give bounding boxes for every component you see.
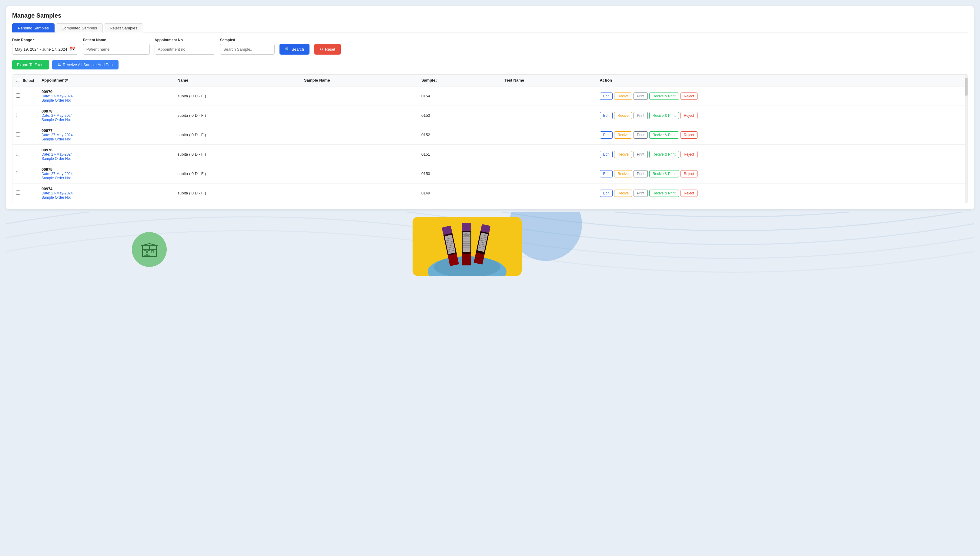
scrollbar[interactable]	[965, 74, 967, 203]
row-sample-hash-cell: 0154	[418, 86, 501, 106]
svg-rect-4	[148, 251, 150, 253]
table-row: 00977 Date: 27-May-2024 Sample Order No:…	[13, 125, 967, 145]
edit-button-4[interactable]: Edit	[600, 170, 613, 178]
receive-print-button-2[interactable]: Recive & Print	[649, 131, 679, 139]
export-excel-button[interactable]: Export To Excel	[12, 60, 49, 70]
receive-button-3[interactable]: Recive	[614, 151, 632, 158]
print-button-3[interactable]: Print	[633, 151, 648, 158]
action-buttons: Edit Recive Print Recive & Print Reject	[600, 112, 964, 119]
samples-table: Select Appointment# Name Sample Name Sam…	[13, 74, 967, 203]
patient-name: subita ( 0 D - F )	[177, 152, 206, 157]
row-test-name-cell	[501, 145, 596, 164]
sample-hash-group: Sample#	[220, 38, 275, 55]
reject-button-3[interactable]: Reject	[680, 151, 698, 158]
col-appointment: Appointment#	[38, 74, 174, 86]
print-button-4[interactable]: Print	[633, 170, 648, 178]
print-button-5[interactable]: Print	[633, 189, 648, 197]
row-name-cell: subita ( 0 D - F )	[174, 106, 300, 125]
row-name-cell: subita ( 0 D - F )	[174, 164, 300, 184]
row-action-cell: Edit Recive Print Recive & Print Reject	[596, 184, 967, 203]
col-select: Select	[13, 74, 38, 86]
row-checkbox-3[interactable]	[16, 152, 20, 156]
col-test-name: Test Name	[501, 74, 596, 86]
row-sample-hash-cell: 0150	[418, 164, 501, 184]
receive-print-button-3[interactable]: Recive & Print	[649, 151, 679, 158]
sample-order-no: Sample Order No:	[42, 98, 170, 102]
sample-image-card: U24011 7046844	[413, 217, 522, 276]
receive-print-button-4[interactable]: Recive & Print	[649, 170, 679, 178]
row-select-cell	[13, 145, 38, 164]
tab-completed-samples[interactable]: Completed Samples	[56, 23, 103, 32]
edit-button-0[interactable]: Edit	[600, 92, 613, 100]
search-button[interactable]: 🔍 Search	[279, 44, 309, 55]
print-button-0[interactable]: Print	[633, 92, 648, 100]
select-all-checkbox[interactable]	[16, 78, 20, 82]
receive-button-4[interactable]: Recive	[614, 170, 632, 178]
svg-text:7046844: 7046844	[464, 235, 469, 236]
edit-button-2[interactable]: Edit	[600, 131, 613, 139]
row-select-cell	[13, 184, 38, 203]
reject-button-2[interactable]: Reject	[680, 131, 698, 139]
row-select-cell	[13, 125, 38, 145]
search-icon: 🔍	[285, 47, 290, 52]
receive-print-button-5[interactable]: Recive & Print	[649, 189, 679, 197]
receive-button-2[interactable]: Recive	[614, 131, 632, 139]
svg-rect-7	[148, 254, 150, 256]
row-checkbox-1[interactable]	[16, 113, 20, 117]
date-range-value: May 19, 2024 - June 17, 2024	[15, 47, 67, 52]
row-sample-hash-cell: 0153	[418, 106, 501, 125]
appointment-number: 00979	[42, 89, 170, 94]
receive-button-0[interactable]: Recive	[614, 92, 632, 100]
row-checkbox-2[interactable]	[16, 132, 20, 136]
reject-button-5[interactable]: Reject	[680, 189, 698, 197]
blood-tubes-svg: U24011 7046844	[413, 217, 522, 276]
table-row: 00976 Date: 27-May-2024 Sample Order No:…	[13, 145, 967, 164]
sample-hash-value: 0150	[421, 171, 430, 176]
action-buttons: Edit Recive Print Recive & Print Reject	[600, 170, 964, 178]
print-button-2[interactable]: Print	[633, 131, 648, 139]
row-test-name-cell	[501, 125, 596, 145]
reject-button-4[interactable]: Reject	[680, 170, 698, 178]
sample-hash-input[interactable]	[220, 44, 275, 55]
appointment-date: Date: 27-May-2024	[42, 152, 170, 157]
edit-button-5[interactable]: Edit	[600, 189, 613, 197]
receive-print-button-1[interactable]: Recive & Print	[649, 112, 679, 119]
sample-order-no: Sample Order No:	[42, 157, 170, 161]
table-row: 00975 Date: 27-May-2024 Sample Order No:…	[13, 164, 967, 184]
actions-row: Export To Excel 🖶 Receive All Sample And…	[12, 60, 968, 70]
patient-name-group: Patient Name	[83, 38, 150, 55]
appointment-no-input[interactable]	[155, 44, 215, 55]
reject-button-1[interactable]: Reject	[680, 112, 698, 119]
receive-button-1[interactable]: Recive	[614, 112, 632, 119]
row-sample-hash-cell: 0149	[418, 184, 501, 203]
reset-button[interactable]: ↻ Reset	[314, 44, 341, 55]
edit-button-1[interactable]: Edit	[600, 112, 613, 119]
row-checkbox-0[interactable]	[16, 94, 20, 98]
row-select-cell	[13, 86, 38, 106]
row-name-cell: subita ( 0 D - F )	[174, 86, 300, 106]
patient-name-input[interactable]	[83, 44, 150, 55]
appointment-no-label: Appointment No.	[155, 38, 215, 42]
tab-reject-samples[interactable]: Reject Samples	[104, 23, 143, 32]
edit-button-3[interactable]: Edit	[600, 151, 613, 158]
print-button-1[interactable]: Print	[633, 112, 648, 119]
row-test-name-cell	[501, 164, 596, 184]
appointment-number: 00978	[42, 109, 170, 113]
receive-all-print-button[interactable]: 🖶 Receive All Sample And Print	[52, 60, 119, 70]
receive-button-5[interactable]: Recive	[614, 189, 632, 197]
row-action-cell: Edit Recive Print Recive & Print Reject	[596, 106, 967, 125]
scrollbar-thumb	[965, 78, 967, 96]
date-range-input[interactable]: May 19, 2024 - June 17, 2024 📅	[12, 44, 78, 55]
row-checkbox-5[interactable]	[16, 191, 20, 195]
row-name-cell: subita ( 0 D - F )	[174, 145, 300, 164]
reject-button-0[interactable]: Reject	[680, 92, 698, 100]
tab-pending-samples[interactable]: Pending Samples	[12, 23, 55, 32]
svg-rect-3	[144, 251, 147, 253]
green-circle-decoration	[132, 232, 167, 267]
patient-name: subita ( 0 D - F )	[177, 113, 206, 118]
row-name-cell: subita ( 0 D - F )	[174, 184, 300, 203]
row-appointment-cell: 00976 Date: 27-May-2024 Sample Order No:	[38, 145, 174, 164]
row-sample-name-cell	[300, 125, 418, 145]
row-checkbox-4[interactable]	[16, 171, 20, 175]
receive-print-button-0[interactable]: Recive & Print	[649, 92, 679, 100]
